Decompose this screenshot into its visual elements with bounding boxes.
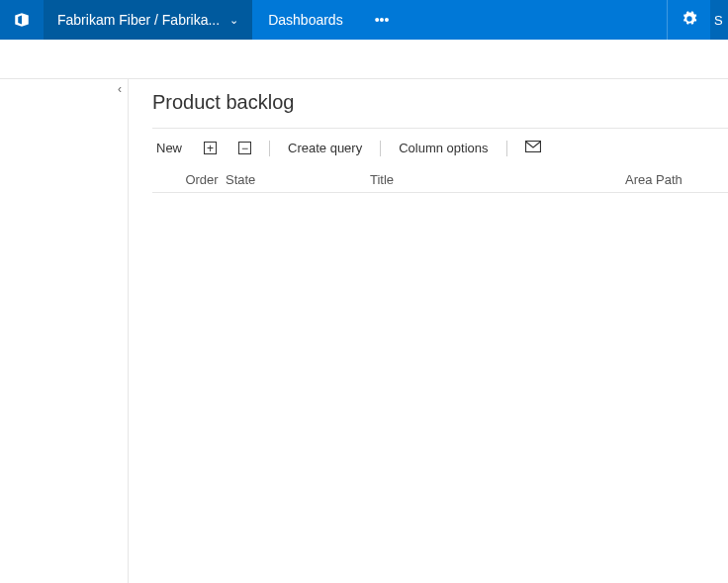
backlog-toolbar: New + − Create query Column options bbox=[152, 129, 728, 167]
remove-button[interactable]: − bbox=[234, 140, 255, 156]
more-nav-button[interactable]: ••• bbox=[359, 0, 406, 40]
gear-icon bbox=[682, 11, 697, 30]
hub-tabs bbox=[0, 40, 728, 79]
toolbar-separator bbox=[506, 141, 507, 156]
project-selector[interactable]: Fabrikam Fiber / Fabrika... ⌄ bbox=[44, 0, 252, 40]
plus-square-icon: + bbox=[204, 142, 217, 154]
main-content: Product backlog New + − Create query Col… bbox=[129, 79, 728, 583]
col-header-title[interactable]: Title bbox=[370, 172, 599, 187]
col-header-order[interactable]: Order bbox=[178, 172, 226, 187]
toolbar-separator bbox=[269, 141, 270, 156]
mail-icon bbox=[525, 141, 541, 155]
backlog-sidebar: ‹ bbox=[0, 79, 129, 583]
minus-square-icon: − bbox=[238, 142, 251, 154]
nav-dashboards[interactable]: Dashboards bbox=[252, 0, 359, 40]
add-button[interactable]: + bbox=[200, 140, 221, 156]
project-name: Fabrikam Fiber / Fabrika... bbox=[57, 12, 220, 28]
backlog-grid: Order State Title Area Path bbox=[152, 167, 728, 193]
grid-header: Order State Title Area Path bbox=[152, 167, 728, 193]
vsts-logo[interactable] bbox=[0, 0, 44, 40]
new-item-button[interactable]: New bbox=[152, 139, 186, 157]
email-button[interactable] bbox=[521, 139, 545, 157]
top-nav-bar: Fabrikam Fiber / Fabrika... ⌄ Dashboards… bbox=[0, 0, 728, 40]
col-header-state[interactable]: State bbox=[226, 172, 334, 187]
page-title: Product backlog bbox=[152, 91, 728, 114]
collapse-sidebar-button[interactable]: ‹ bbox=[118, 82, 122, 96]
column-options-button[interactable]: Column options bbox=[395, 139, 492, 157]
toolbar-separator bbox=[380, 141, 381, 156]
col-header-area[interactable]: Area Path bbox=[625, 172, 728, 187]
create-query-button[interactable]: Create query bbox=[284, 139, 366, 157]
right-cutoff: S bbox=[710, 0, 728, 40]
chevron-down-icon: ⌄ bbox=[229, 14, 238, 27]
settings-button[interactable] bbox=[667, 0, 710, 40]
